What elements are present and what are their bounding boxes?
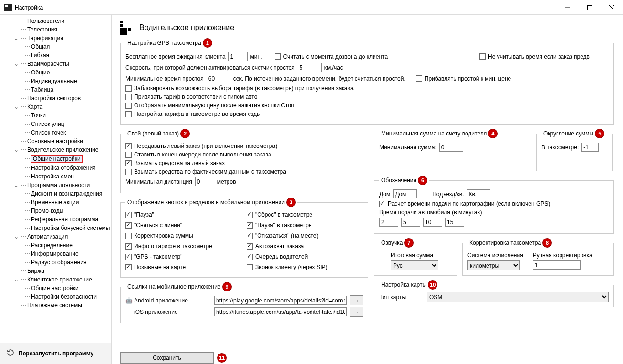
- corr-sum-checkbox[interactable]: [125, 233, 132, 239]
- tree-item[interactable]: ⋯Промо-коды: [0, 207, 111, 215]
- tree-item[interactable]: ⋯Информирование: [0, 250, 111, 258]
- tree-item[interactable]: ⋯Список улиц: [0, 120, 111, 128]
- tree-item[interactable]: ⋯Реферальная программа: [0, 215, 111, 224]
- pause-checkbox[interactable]: [125, 212, 132, 218]
- tree-item[interactable]: ⋯Общая: [0, 42, 111, 51]
- android-link-input[interactable]: [214, 296, 347, 305]
- tree-item[interactable]: ⌄⋯Клиентское приложение: [0, 275, 111, 284]
- badge-4: 4: [488, 129, 497, 138]
- tree-item[interactable]: ⋯Общие: [0, 68, 111, 77]
- callsigns-checkbox[interactable]: [125, 264, 132, 270]
- tree-item[interactable]: ⋯Индивидуальные: [0, 77, 111, 85]
- tree-item[interactable]: ⌄⋯Тарификация: [0, 34, 111, 42]
- tree-item[interactable]: ⌄⋯Водительское приложение: [0, 146, 111, 154]
- display-group: Отображение кнопок и разделов в мобильно…: [120, 198, 368, 278]
- time1-input[interactable]: [379, 218, 398, 227]
- tree-item[interactable]: ⋯Распределение: [0, 241, 111, 250]
- badge-2: 2: [181, 129, 189, 138]
- tree-item[interactable]: ⋯Список точек: [0, 128, 111, 137]
- tree-item[interactable]: ⋯Основные настройки: [0, 137, 111, 146]
- badge-8: 8: [543, 239, 551, 247]
- tree-item[interactable]: ⋯Точки: [0, 111, 111, 120]
- idle-time-input[interactable]: [207, 74, 230, 83]
- show-min-checkbox[interactable]: [125, 103, 132, 109]
- tree-item[interactable]: ⋯Телефония: [0, 25, 111, 34]
- tree-item[interactable]: ⌄⋯Программа лояльности: [0, 181, 111, 189]
- corr-group: Корректировка таксометра 8 Система исчис…: [462, 239, 614, 276]
- tree-item[interactable]: ⌄⋯Взаиморасчеты: [0, 60, 111, 68]
- tree-item[interactable]: ⌄⋯Автоматизация: [0, 232, 111, 241]
- count-from-call-checkbox[interactable]: [275, 53, 281, 60]
- house-input[interactable]: [393, 189, 417, 198]
- tree-item[interactable]: ⋯Гибкая: [0, 51, 111, 60]
- badge-6: 6: [418, 176, 427, 185]
- transfer-checkbox[interactable]: [125, 143, 132, 149]
- gps-time-checkbox[interactable]: [379, 201, 385, 207]
- system-select[interactable]: километры: [467, 260, 520, 270]
- offline-checkbox[interactable]: [125, 222, 132, 229]
- pause-tax-checkbox[interactable]: [247, 222, 253, 229]
- tree-item[interactable]: ⋯Общие настройки: [0, 154, 111, 164]
- tree-item[interactable]: ⋯Дисконт и вознаграждения: [0, 189, 111, 198]
- queue-end-checkbox[interactable]: [125, 152, 132, 158]
- tariff-info-checkbox[interactable]: [125, 243, 132, 250]
- ios-go-button[interactable]: →: [350, 307, 363, 317]
- close-button[interactable]: [601, 0, 623, 15]
- voice-lang-select[interactable]: Рус: [391, 260, 438, 270]
- entrance-input[interactable]: [467, 189, 490, 198]
- charge-fact-checkbox[interactable]: [125, 169, 132, 175]
- tree-item[interactable]: ⋯Таблица: [0, 85, 111, 94]
- minimize-button[interactable]: [557, 0, 579, 15]
- autocapture-checkbox[interactable]: [247, 243, 253, 250]
- lock-tariff-checkbox[interactable]: [125, 85, 132, 92]
- tree-item[interactable]: ⌄⋯Карта: [0, 103, 111, 111]
- free-wait-input[interactable]: [228, 52, 248, 61]
- page-icon: [120, 21, 135, 35]
- badge-11: 11: [218, 354, 226, 362]
- tree-item[interactable]: ⋯Биржа: [0, 267, 111, 275]
- tree-item[interactable]: ⋯Настройка отображения: [0, 164, 111, 172]
- tree-item[interactable]: ⋯Временные акции: [0, 198, 111, 207]
- queue-checkbox[interactable]: [247, 254, 253, 260]
- refuse-checkbox[interactable]: [247, 233, 253, 239]
- tree-item[interactable]: ⋯Радиус отображения: [0, 258, 111, 267]
- time4-input[interactable]: [445, 218, 464, 227]
- sip-call-checkbox[interactable]: [247, 264, 253, 270]
- tree-item[interactable]: ⋯Настройки безопасности: [0, 292, 111, 301]
- add-idle-checkbox[interactable]: [416, 75, 422, 82]
- charge-checkbox[interactable]: [125, 160, 132, 166]
- tree-item[interactable]: ⋯Настройка секторов: [0, 94, 111, 103]
- reset-checkbox[interactable]: [247, 212, 253, 218]
- tree-item[interactable]: ⋯Платежные системы: [0, 301, 111, 310]
- nav-tree[interactable]: ⋯Пользователи⋯Телефония⌄⋯Тарификация⋯Общ…: [0, 15, 111, 343]
- android-go-button[interactable]: →: [350, 295, 363, 305]
- gps-tax-checkbox[interactable]: [125, 254, 132, 260]
- sidebar: ⋯Пользователи⋯Телефония⌄⋯Тарификация⋯Общ…: [0, 15, 112, 364]
- min-dist-input[interactable]: [195, 177, 214, 186]
- tariff-driving-checkbox[interactable]: [125, 111, 132, 117]
- svg-rect-1: [588, 5, 592, 10]
- voice-group: Озвучка 7 Итоговая сумма Рус: [374, 239, 457, 276]
- ios-link-input[interactable]: [214, 307, 347, 316]
- maximize-button[interactable]: [579, 0, 601, 15]
- save-button[interactable]: Сохранить: [120, 352, 214, 364]
- map-type-select[interactable]: OSM: [427, 292, 609, 302]
- tree-item[interactable]: ⋯Пользователи: [0, 17, 111, 25]
- bind-tariff-checkbox[interactable]: [125, 94, 132, 100]
- titlebar: Настройка: [0, 0, 623, 15]
- tree-item[interactable]: ⋯Общие настройки: [0, 284, 111, 292]
- tree-item[interactable]: ⋯Настройка смен: [0, 172, 111, 181]
- ignore-time-checkbox[interactable]: [479, 53, 486, 60]
- round-input[interactable]: [581, 143, 599, 152]
- badge-9: 9: [223, 282, 231, 291]
- manual-corr-input[interactable]: [533, 260, 581, 270]
- time3-input[interactable]: [423, 218, 442, 227]
- badge-10: 10: [428, 281, 437, 289]
- min-sum-input[interactable]: [439, 143, 463, 152]
- restart-button[interactable]: Перезапустить программу: [0, 343, 111, 364]
- badge-1: 1: [203, 39, 212, 47]
- time2-input[interactable]: [401, 218, 420, 227]
- idle-speed-input[interactable]: [298, 63, 322, 72]
- tree-item[interactable]: ⋯Настройка бонусной системы: [0, 224, 111, 232]
- marks-group: Обозначения 6 Дом Подъезд/кв. Расчет вре…: [374, 176, 614, 234]
